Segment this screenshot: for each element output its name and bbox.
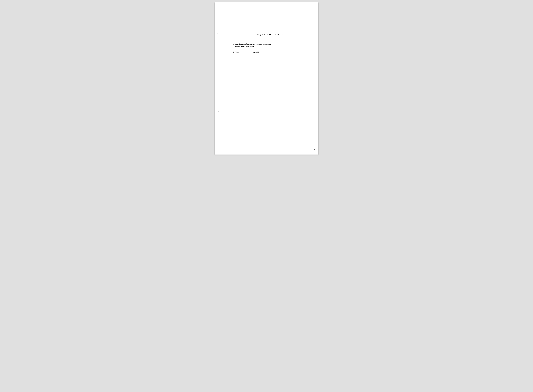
item2-label-prefix: 2. То же [233,51,246,53]
document-page: Альбом IV Типовой проект С90А-00-2..с7 С… [215,2,319,154]
content-item-1: 1. Спецификации оборудования к основным … [233,43,309,47]
item1-text-line2: рабочих чертежей марки ТХ [233,46,254,47]
footer-page-number: 3 [314,149,315,151]
footer: 22777-03 3 [306,149,315,151]
document-title: СОДЕРЖАНИЕ АЛЬБОМА [231,34,309,36]
content-item-2: 2. То же марки ОВ [233,51,309,53]
sidebar-top: Альбом IV [215,2,221,63]
left-sidebar: Альбом IV Типовой проект С90А-00-2..с7 [215,2,221,154]
content-items: 1. Спецификации оборудования к основным … [231,43,309,53]
item2-value: марки ОВ [253,51,259,53]
main-content: СОДЕРЖАНИЕ АЛЬБОМА 1. Спецификации обору… [221,2,319,154]
bottom-border-line [221,146,319,146]
item2-label: То же [236,51,239,53]
album-label: Альбом IV [217,28,219,37]
item1-number: 1. [233,43,234,45]
item2-number: 2. [233,51,234,53]
footer-doc-number: 22777-03 [306,149,312,151]
sidebar-bottom: Типовой проект С90А-00-2..с7 [215,63,221,154]
item1-text-line1: Спецификации оборудования к основным ком… [235,43,271,45]
project-label: Типовой проект С90А-00-2..с7 [217,100,218,118]
